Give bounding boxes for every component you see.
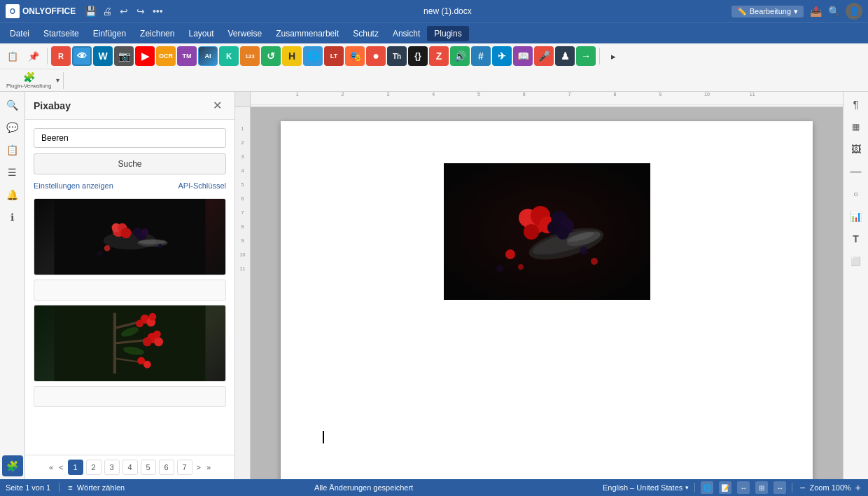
paste-btn[interactable]: 📌	[24, 46, 43, 66]
page-1[interactable]: 1	[68, 460, 83, 475]
lang-globe-btn[interactable]: 🌐	[701, 481, 713, 494]
menu-zusammenarbeit[interactable]: Zusammenarbeit	[269, 26, 346, 41]
more-plugins-btn[interactable]: ▸	[603, 46, 623, 66]
plugin-tr[interactable]: 🌐	[303, 46, 323, 66]
right-pilcrow[interactable]: ¶	[846, 95, 866, 114]
toolbar-dropdown[interactable]: ▾	[56, 76, 59, 84]
menu-layout[interactable]: Layout	[181, 26, 220, 41]
page-3[interactable]: 3	[104, 460, 120, 475]
right-table[interactable]: ▦	[846, 117, 866, 137]
plugin-tm[interactable]: TM	[177, 46, 197, 66]
menu-zeichnen[interactable]: Zeichnen	[133, 26, 181, 41]
menu-plugins[interactable]: Plugins	[427, 26, 468, 41]
panel-title: Pixabay	[34, 100, 71, 111]
plugin-br[interactable]: {}	[408, 46, 428, 66]
language-section[interactable]: English – United States ▾	[603, 483, 689, 492]
right-stamp[interactable]: ⬜	[846, 252, 866, 271]
save-btn[interactable]: 💾	[84, 5, 97, 18]
sidebar-speaker[interactable]: 🔔	[2, 184, 23, 205]
doc-main-area: 1 2 3 4 5 6 7 8 9 10 11	[235, 107, 843, 479]
page-7[interactable]: 7	[177, 460, 192, 475]
sidebar-stamp[interactable]: 📋	[2, 139, 23, 160]
sidebar-search[interactable]: 🔍	[2, 95, 23, 116]
spell-check-btn[interactable]: 📝	[719, 481, 732, 494]
undo-btn[interactable]: ↩	[118, 5, 130, 18]
plugin-red[interactable]: ●	[366, 46, 386, 66]
track-changes-btn[interactable]: ↔	[737, 481, 750, 494]
plugin-r[interactable]: R	[51, 46, 71, 66]
plugin-eye[interactable]: 👁	[72, 46, 92, 66]
menu-schutz[interactable]: Schutz	[346, 26, 386, 41]
right-chart[interactable]: 📊	[846, 207, 866, 226]
api-key-link[interactable]: API-Schlüssel	[178, 181, 226, 190]
search-input[interactable]	[34, 128, 226, 148]
svg-rect-14	[55, 305, 206, 381]
right-text[interactable]: T	[846, 229, 866, 249]
vr-7: 7	[235, 205, 250, 219]
word-count-section[interactable]: ≡ Wörter zählen	[68, 483, 125, 492]
plugin-ocr[interactable]: OCR	[156, 46, 176, 66]
document-page[interactable]	[281, 121, 813, 479]
plugin-k[interactable]: K	[219, 46, 239, 66]
page-6[interactable]: 6	[159, 460, 174, 475]
page-next[interactable]: >	[195, 463, 202, 471]
plugin-arr[interactable]: →	[576, 46, 596, 66]
menu-startseite[interactable]: Startseite	[36, 26, 86, 41]
zoom-in-btn[interactable]: +	[854, 482, 862, 493]
plugin-chess[interactable]: ♟	[555, 46, 575, 66]
plugin-hl[interactable]: H	[282, 46, 302, 66]
sidebar-list[interactable]: ☰	[2, 162, 23, 183]
image-card-placeholder-2	[34, 386, 226, 407]
sidebar-comment[interactable]: 💬	[2, 117, 23, 138]
page-first[interactable]: «	[48, 463, 55, 471]
right-shape[interactable]: ○	[846, 184, 866, 204]
image-card-1[interactable]	[34, 198, 226, 275]
width-fit-btn[interactable]: ↔	[774, 481, 786, 494]
copy-style-btn[interactable]: 📋	[3, 46, 22, 66]
page-2[interactable]: 2	[86, 460, 102, 475]
plugin-ai[interactable]: AI	[198, 46, 218, 66]
plugin-lt[interactable]: LT	[324, 46, 344, 66]
plugin-loop[interactable]: ↺	[261, 46, 281, 66]
settings-link[interactable]: Einstellungen anzeigen	[34, 181, 113, 190]
search-button[interactable]: Suche	[34, 153, 226, 174]
panel-close-btn[interactable]: ✕	[209, 97, 226, 113]
search-wrap	[34, 128, 226, 148]
doc-scroll-area[interactable]	[251, 107, 843, 479]
plugin-sp[interactable]: 🔊	[450, 46, 470, 66]
page-4[interactable]: 4	[122, 460, 138, 475]
page-last[interactable]: »	[205, 463, 212, 471]
plugin-verwaltung-btn[interactable]: 🧩 Plugin-Verwaltung	[3, 69, 55, 91]
right-hline[interactable]: —	[846, 162, 866, 181]
bearbeitung-btn[interactable]: ✏️ Bearbeitung ▾	[732, 6, 804, 18]
menu-einfuegen[interactable]: Einfügen	[86, 26, 133, 41]
more-btn[interactable]: •••	[151, 5, 164, 18]
plugin-hash[interactable]: #	[471, 46, 491, 66]
plugin-meme[interactable]: 🎭	[345, 46, 365, 66]
share-btn[interactable]: 📤	[809, 5, 822, 18]
plugin-tg[interactable]: ✈	[492, 46, 512, 66]
sidebar-plugin[interactable]: 🧩	[2, 455, 23, 476]
menu-ansicht[interactable]: Ansicht	[386, 26, 427, 41]
plugin-123[interactable]: 123	[240, 46, 260, 66]
plugin-z[interactable]: Z	[429, 46, 449, 66]
plugin-yt[interactable]: ▶	[135, 46, 155, 66]
image-card-2[interactable]	[34, 305, 226, 382]
plugin-th[interactable]: Th	[387, 46, 407, 66]
page-5[interactable]: 5	[141, 460, 156, 475]
plugin-mic[interactable]: 🎤	[534, 46, 554, 66]
page-fit-btn[interactable]: ⊞	[755, 481, 768, 494]
print-btn[interactable]: 🖨	[101, 5, 113, 18]
plugin-wp[interactable]: W	[93, 46, 113, 66]
plugin-cam[interactable]: 📷	[114, 46, 134, 66]
right-image[interactable]: 🖼	[846, 139, 866, 159]
plugin-book[interactable]: 📖	[513, 46, 533, 66]
zoom-out-btn[interactable]: −	[798, 482, 806, 493]
search-btn-title[interactable]: 🔍	[827, 5, 840, 18]
redo-btn[interactable]: ↪	[134, 5, 147, 18]
page-prev[interactable]: <	[57, 463, 64, 471]
save-status: Alle Änderungen gespeichert	[133, 483, 594, 492]
menu-datei[interactable]: Datei	[3, 26, 36, 41]
menu-verweise[interactable]: Verweise	[221, 26, 270, 41]
sidebar-info[interactable]: ℹ	[2, 207, 23, 228]
